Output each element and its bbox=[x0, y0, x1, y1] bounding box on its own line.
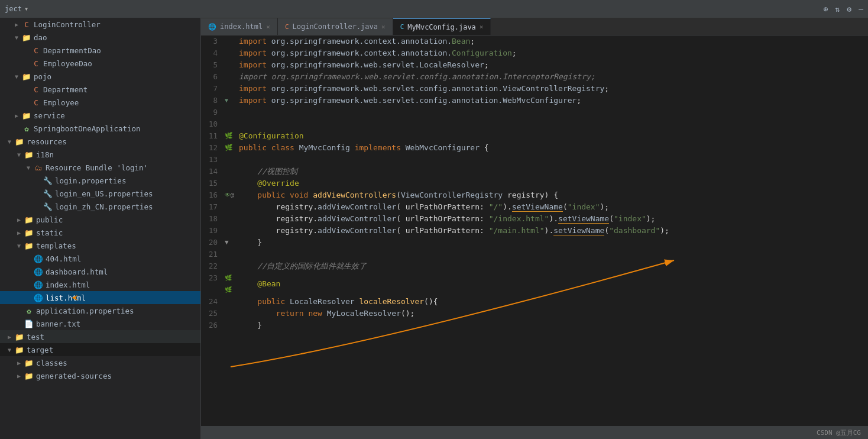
line-number: 8 bbox=[201, 95, 225, 106]
line-gutter bbox=[225, 213, 237, 225]
sidebar-item-i18n[interactable]: ▼ 📁 i18n bbox=[0, 148, 200, 161]
sidebar-item-resource-bundle[interactable]: ▼ 🗂 Resource Bundle 'login' bbox=[0, 161, 200, 174]
sidebar-label: Resource Bundle 'login' bbox=[46, 163, 148, 172]
line-gutter bbox=[225, 59, 237, 71]
code-line-21: 21 bbox=[201, 248, 868, 260]
code-line-11: 11 🌿 @Configuration bbox=[201, 130, 868, 142]
tab-close-button[interactable]: × bbox=[480, 23, 484, 31]
sidebar-item-test[interactable]: ▶ 📁 test bbox=[0, 330, 200, 343]
sidebar-item-application-props[interactable]: ✿ application.properties bbox=[0, 304, 200, 317]
sidebar-item-logincontroller[interactable]: ▶ C LoginController bbox=[0, 18, 200, 31]
line-gutter bbox=[225, 260, 237, 272]
line-number: 11 bbox=[201, 130, 225, 142]
sidebar-item-department[interactable]: C Department bbox=[0, 83, 200, 96]
sidebar-item-login-props[interactable]: 🔧 login.properties bbox=[0, 174, 200, 187]
sidebar-item-dao[interactable]: ▼ 📁 dao bbox=[0, 31, 200, 44]
split-icon[interactable]: ⇅ bbox=[835, 5, 840, 14]
sidebar-label: Department bbox=[43, 85, 88, 94]
sidebar-item-login-en-props[interactable]: 🔧 login_en_US.properties bbox=[0, 187, 200, 200]
sidebar-item-target[interactable]: ▼ 📁 target bbox=[0, 343, 200, 356]
folder-icon: 📁 bbox=[21, 72, 32, 81]
line-code: //视图控制 bbox=[237, 166, 868, 177]
sidebar-item-employee[interactable]: C Employee bbox=[0, 96, 200, 109]
sidebar-item-service[interactable]: ▶ 📁 service bbox=[0, 109, 200, 122]
line-code: } bbox=[237, 237, 868, 248]
line-number: 24 bbox=[201, 296, 225, 308]
sidebar-item-dashboard-html[interactable]: 🌐 dashboard.html bbox=[0, 265, 200, 278]
line-code: @Configuration bbox=[237, 130, 868, 142]
line-gutter-eye: 👁@ bbox=[225, 189, 237, 201]
collapse-arrow: ▼ bbox=[5, 347, 14, 353]
line-code: public void addViewControllers(ViewContr… bbox=[237, 189, 868, 201]
line-number: 17 bbox=[201, 201, 225, 213]
code-line-5: 5 import org.springframework.web.servlet… bbox=[201, 59, 868, 71]
settings-icon[interactable]: ⚙ bbox=[847, 5, 851, 14]
sidebar-item-generated-sources[interactable]: ▶ 📁 generated-sources bbox=[0, 369, 200, 382]
sidebar-item-index-html[interactable]: 🌐 index.html bbox=[0, 278, 200, 291]
sidebar-item-templates[interactable]: ▼ 📁 templates bbox=[0, 239, 200, 252]
tab-close-button[interactable]: × bbox=[381, 23, 386, 31]
sidebar-label: i18n bbox=[36, 150, 54, 159]
code-line-9: 9 bbox=[201, 106, 868, 118]
sidebar-item-pojo[interactable]: ▼ 📁 pojo bbox=[0, 70, 200, 83]
file-icon: 📄 bbox=[24, 319, 34, 328]
target-icon[interactable]: ⊕ bbox=[824, 5, 828, 14]
tab-close-button[interactable]: × bbox=[266, 23, 270, 31]
sidebar-item-springbootapp[interactable]: ✿ SpringbootOneApplication bbox=[0, 122, 200, 135]
java-tab-icon: C bbox=[400, 23, 404, 31]
code-line-15: 15 @Override bbox=[201, 177, 868, 189]
line-gutter bbox=[225, 225, 237, 237]
title-bar-left: ject ▾ bbox=[5, 5, 28, 13]
line-number: 3 bbox=[201, 35, 225, 47]
sidebar-label: login_en_US.properties bbox=[55, 189, 153, 198]
code-line-22: 22 //自定义的国际化组件就生效了 bbox=[201, 260, 868, 272]
sidebar-item-list-html[interactable]: 🌐 list.html ➤ bbox=[0, 291, 200, 304]
sidebar-item-login-zh-props[interactable]: 🔧 login_zh_CN.properties bbox=[0, 200, 200, 213]
sidebar-item-static[interactable]: ▶ 📁 static bbox=[0, 226, 200, 239]
title-bar: ject ▾ ⊕ ⇅ ⚙ — bbox=[0, 0, 868, 18]
line-number: 12 bbox=[201, 142, 225, 154]
tab-bar: 🌐 index.html × C LoginController.java × … bbox=[201, 18, 868, 35]
code-editor[interactable]: 3 import org.springframework.context.ann… bbox=[201, 35, 868, 426]
tab-mymvcconfig[interactable]: C MyMvcConfig.java × bbox=[393, 18, 491, 35]
dropdown-arrow-icon[interactable]: ▾ bbox=[24, 5, 28, 13]
line-code: public class MyMvcConfig implements WebM… bbox=[237, 142, 868, 154]
tab-label: MyMvcConfig.java bbox=[407, 23, 476, 31]
folder-icon: 📁 bbox=[21, 111, 32, 120]
code-line-20: 20 ▼ } bbox=[201, 237, 868, 248]
code-line-24: 24 public LocaleResolver localeResolver(… bbox=[201, 296, 868, 308]
collapse-arrow: ▼ bbox=[5, 138, 14, 145]
line-number: 22 bbox=[201, 260, 225, 272]
minimize-icon[interactable]: — bbox=[859, 5, 863, 14]
line-code: registry.addViewController( urlPathOrPat… bbox=[237, 213, 868, 225]
sidebar-item-departmentdao[interactable]: C DepartmentDao bbox=[0, 44, 200, 57]
code-line-25: 25 return new MyLocaleResolver(); bbox=[201, 308, 868, 319]
folder-icon: 📁 bbox=[24, 359, 34, 367]
java-icon: C bbox=[31, 46, 41, 55]
line-number: 14 bbox=[201, 166, 225, 177]
line-code bbox=[237, 118, 868, 130]
spring-icon: ✿ bbox=[24, 306, 34, 315]
sidebar-item-404-html[interactable]: 🌐 404.html bbox=[0, 252, 200, 265]
line-gutter bbox=[225, 319, 237, 331]
html-tab-icon: 🌐 bbox=[208, 23, 216, 31]
collapse-arrow: ▶ bbox=[12, 112, 21, 119]
sidebar-item-public[interactable]: ▶ 📁 public bbox=[0, 213, 200, 226]
sidebar-item-classes[interactable]: ▶ 📁 classes bbox=[0, 356, 200, 369]
folder-icon: 📁 bbox=[14, 333, 25, 341]
sidebar-label: resources bbox=[27, 137, 67, 146]
folder-icon: 📁 bbox=[24, 215, 34, 224]
code-line-3: 3 import org.springframework.context.ann… bbox=[201, 35, 868, 47]
sidebar-item-resources[interactable]: ▼ 📁 resources bbox=[0, 135, 200, 148]
folder-icon: 📁 bbox=[21, 33, 32, 42]
sidebar-item-employeedao[interactable]: C EmployeeDao bbox=[0, 57, 200, 70]
tab-label: LoginController.java bbox=[293, 22, 378, 31]
line-code bbox=[237, 106, 868, 118]
code-line-26: 26 } bbox=[201, 319, 868, 331]
sidebar-label: list.html bbox=[46, 293, 86, 302]
sidebar-item-banner-txt[interactable]: 📄 banner.txt bbox=[0, 317, 200, 330]
sidebar-label: service bbox=[34, 111, 65, 120]
tab-index-html[interactable]: 🌐 index.html × bbox=[201, 18, 278, 35]
tab-logincontroller[interactable]: C LoginController.java × bbox=[278, 18, 393, 35]
line-code: import org.springframework.web.servlet.c… bbox=[237, 83, 868, 95]
